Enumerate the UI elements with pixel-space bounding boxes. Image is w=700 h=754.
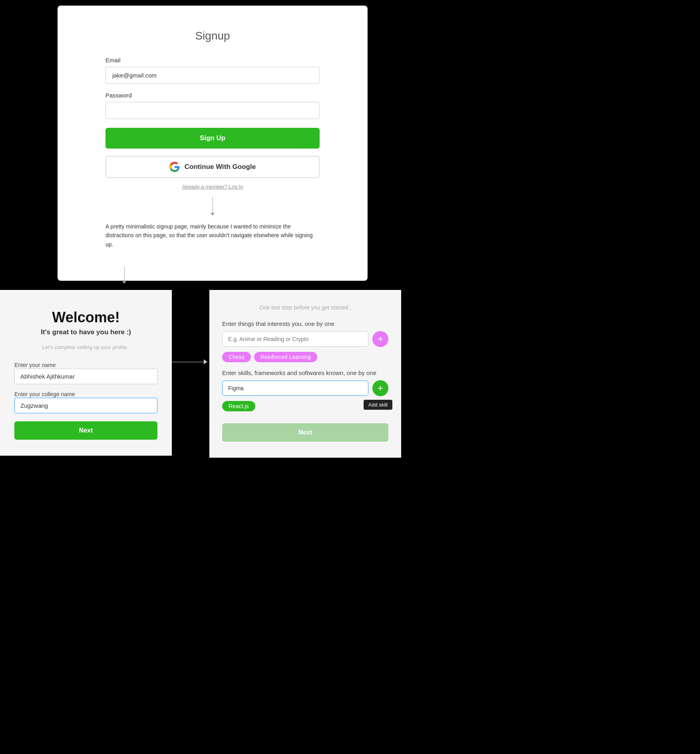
google-signin-button[interactable]: Continue With Google: [105, 156, 320, 178]
tag-reactjs[interactable]: React.js: [222, 401, 255, 411]
add-skill-btn-wrap: + Add skill: [372, 380, 388, 396]
college-label: Enter your college name: [14, 391, 75, 397]
email-label: Email: [105, 57, 320, 63]
tag-chess[interactable]: Chess: [222, 352, 251, 362]
login-link[interactable]: Already a member? Log In: [105, 184, 320, 190]
password-input[interactable]: [105, 102, 320, 119]
plus-icon-skill: +: [378, 383, 383, 394]
tag-reinforced-learning[interactable]: Reinforced Learning: [254, 352, 317, 362]
flow-arrow-right: [172, 359, 207, 364]
interests-panel: One last step before you get started.. E…: [209, 290, 401, 458]
add-skill-button[interactable]: +: [372, 380, 388, 396]
signup-title: Signup: [105, 30, 320, 42]
step-text: One last step before you get started..: [222, 304, 388, 311]
welcome-subtitle: It's great to have you here :): [14, 328, 157, 336]
interests-label: Enter things that interests you, one by …: [222, 320, 388, 327]
password-label: Password: [105, 92, 320, 99]
signup-button[interactable]: Sign Up: [105, 128, 320, 149]
google-icon: [169, 162, 180, 172]
signup-panel: Signup Email Password Sign Up Continue W…: [58, 6, 368, 281]
name-label: Enter your name: [14, 362, 56, 368]
plus-icon: +: [378, 333, 383, 345]
flow-indicator: [105, 197, 320, 216]
college-input[interactable]: [14, 398, 157, 413]
google-btn-label: Continue With Google: [185, 163, 256, 171]
welcome-panel: Welcome! It's great to have you here :) …: [0, 290, 172, 456]
skill-input[interactable]: [222, 381, 368, 396]
email-input[interactable]: [105, 67, 320, 84]
welcome-desc: Let's complete setting up your profile..: [14, 344, 157, 350]
interests-input[interactable]: [222, 331, 368, 347]
signup-note: A pretty minimalistic signup page, mainl…: [105, 222, 320, 249]
interest-tags-row: Chess Reinforced Learning: [222, 352, 388, 362]
skills-label: Enter skills, frameworks and softwares k…: [222, 369, 388, 376]
welcome-title: Welcome!: [14, 309, 157, 326]
name-input[interactable]: [14, 369, 157, 384]
flow-arrow-down: [122, 267, 127, 284]
interests-add-row: +: [222, 331, 388, 347]
welcome-next-button[interactable]: Next: [14, 421, 157, 440]
add-interest-button[interactable]: +: [372, 331, 388, 347]
add-skill-tooltip: Add skill: [364, 400, 392, 410]
skills-add-row: + Add skill: [222, 380, 388, 396]
interests-next-button[interactable]: Next: [222, 423, 388, 442]
